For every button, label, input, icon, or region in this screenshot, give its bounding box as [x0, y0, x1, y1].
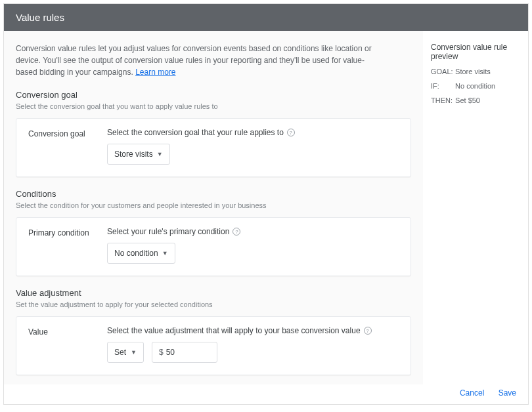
value-op-dropdown[interactable]: Set ▼ — [107, 342, 144, 363]
value-field-label: Select the value adjustment that will ap… — [107, 326, 399, 335]
condition-dropdown[interactable]: No condition ▼ — [107, 243, 175, 264]
preview-if-line: IF: No condition — [431, 82, 520, 90]
save-button[interactable]: Save — [499, 388, 516, 398]
caret-down-icon: ▼ — [157, 151, 163, 157]
value-row-label: Value — [28, 326, 107, 363]
help-icon[interactable]: ? — [233, 228, 240, 236]
currency-symbol: $ — [159, 348, 164, 357]
conditions-field-text: Select your rule's primary condition — [107, 227, 229, 236]
value-input-row: Set ▼ $50 — [107, 342, 399, 363]
header-bar: Value rules — [4, 4, 528, 31]
preview-if-label: IF: — [431, 82, 453, 90]
window: Value rules Conversion value rules let y… — [3, 3, 529, 405]
content-area: Conversion value rules let you adjust va… — [4, 31, 528, 384]
conditions-row-label: Primary condition — [28, 227, 107, 264]
caret-down-icon: ▼ — [162, 250, 168, 257]
conditions-section-title: Conditions — [16, 189, 411, 199]
preview-title: Conversion value rule preview — [431, 43, 520, 61]
value-op-value: Set — [114, 348, 126, 357]
goal-dropdown-value: Store visits — [114, 150, 153, 159]
value-card: Value Select the value adjustment that w… — [16, 316, 411, 375]
learn-more-link[interactable]: Learn more — [135, 68, 175, 77]
conditions-section-sub: Select the condition for your customers … — [16, 201, 411, 209]
goal-field-label: Select the conversion goal that your rul… — [107, 128, 399, 137]
value-amount: 50 — [166, 348, 175, 357]
conditions-card: Primary condition Select your rule's pri… — [16, 217, 411, 276]
help-icon[interactable]: ? — [364, 327, 372, 335]
value-card-body: Select the value adjustment that will ap… — [107, 326, 399, 363]
value-section-sub: Set the value adjustment to apply for yo… — [16, 300, 411, 308]
cancel-button[interactable]: Cancel — [460, 388, 484, 398]
preview-goal-value: Store visits — [455, 68, 491, 75]
header-title: Value rules — [16, 12, 64, 23]
preview-if-value: No condition — [455, 82, 495, 90]
value-section-title: Value adjustment — [16, 288, 411, 298]
preview-then-line: THEN: Set $50 — [431, 96, 520, 104]
goal-card: Conversion goal Select the conversion go… — [16, 118, 411, 177]
value-field-text: Select the value adjustment that will ap… — [107, 326, 361, 335]
conditions-card-body: Select your rule's primary condition ? N… — [107, 227, 399, 264]
goal-dropdown[interactable]: Store visits ▼ — [107, 144, 170, 165]
main-column: Conversion value rules let you adjust va… — [4, 31, 423, 384]
goal-field-text: Select the conversion goal that your rul… — [107, 128, 284, 137]
preview-panel: Conversion value rule preview GOAL: Stor… — [423, 31, 528, 384]
value-amount-input[interactable]: $50 — [152, 342, 217, 363]
preview-goal-label: GOAL: — [431, 68, 453, 75]
help-icon[interactable]: ? — [287, 129, 295, 136]
goal-row-label: Conversion goal — [28, 128, 107, 165]
condition-dropdown-value: No condition — [114, 249, 158, 258]
preview-then-value: Set $50 — [455, 96, 480, 104]
intro-body: Conversion value rules let you adjust va… — [16, 44, 372, 77]
footer-actions: Cancel Save — [4, 384, 528, 404]
preview-goal-line: GOAL: Store visits — [431, 68, 520, 75]
goal-section-sub: Select the conversion goal that you want… — [16, 102, 411, 110]
caret-down-icon: ▼ — [131, 349, 137, 356]
conditions-field-label: Select your rule's primary condition ? — [107, 227, 399, 236]
preview-then-label: THEN: — [431, 96, 453, 104]
intro-text: Conversion value rules let you adjust va… — [16, 43, 384, 78]
figure-caption: One example of a conversion value rule i… — [0, 408, 532, 412]
goal-section-title: Conversion goal — [16, 90, 411, 100]
goal-card-body: Select the conversion goal that your rul… — [107, 128, 399, 165]
